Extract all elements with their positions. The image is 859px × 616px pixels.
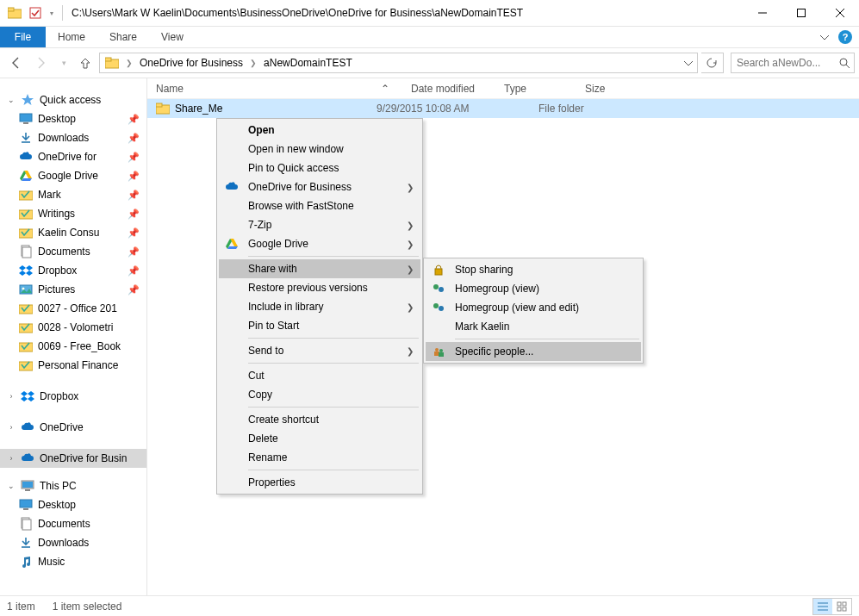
- details-view-button[interactable]: [813, 599, 832, 614]
- ctx-share-with[interactable]: Share with❯: [219, 259, 420, 278]
- file-tab[interactable]: File: [0, 27, 46, 47]
- ctx-send-to[interactable]: Send to❯: [219, 341, 420, 360]
- nav-item-desktop[interactable]: Desktop📌: [0, 109, 146, 128]
- status-bar: 1 item 1 item selected: [0, 595, 859, 616]
- nav-label: 0028 - Volometri: [38, 321, 113, 333]
- svg-rect-49: [837, 607, 841, 611]
- column-name[interactable]: Name: [147, 78, 368, 98]
- search-box[interactable]: [731, 53, 855, 73]
- ctx-browse-faststone[interactable]: Browse with FastStone: [219, 196, 420, 215]
- column-size[interactable]: Size: [576, 78, 645, 98]
- large-icons-view-button[interactable]: [832, 599, 851, 614]
- breadcrumb-sep-icon[interactable]: ❯: [124, 59, 134, 67]
- ctx-delete[interactable]: Delete: [219, 429, 420, 448]
- nav-item-pc-documents[interactable]: Documents: [0, 514, 146, 533]
- ctx-open[interactable]: Open: [219, 121, 420, 140]
- nav-item-google-drive[interactable]: Google Drive📌: [0, 166, 146, 185]
- minimize-button[interactable]: [743, 0, 781, 26]
- maximize-button[interactable]: [781, 0, 820, 26]
- ctx-copy[interactable]: Copy: [219, 385, 420, 404]
- sub-homegroup-edit[interactable]: Homegroup (view and edit): [426, 298, 641, 317]
- address-bar[interactable]: ❯ OneDrive for Business ❯ aNewDomainTEST: [99, 53, 698, 73]
- folder-icon: [19, 226, 33, 240]
- nav-label: Mark: [38, 189, 61, 201]
- ctx-separator: [248, 256, 419, 257]
- nav-label: This PC: [40, 480, 77, 492]
- ctx-include-library[interactable]: Include in library❯: [219, 297, 420, 316]
- nav-item-pc-downloads[interactable]: Downloads: [0, 533, 146, 552]
- status-selection: 1 item selected: [53, 600, 122, 613]
- nav-item-writings[interactable]: Writings📌: [0, 204, 146, 223]
- tab-view[interactable]: View: [149, 27, 196, 47]
- tab-home[interactable]: Home: [46, 27, 97, 47]
- ctx-pin-start[interactable]: Pin to Start: [219, 316, 420, 335]
- nav-item-0069[interactable]: 0069 - Free_Book: [0, 337, 146, 356]
- ctx-rename[interactable]: Rename: [219, 448, 420, 467]
- ctx-pin-quick-access[interactable]: Pin to Quick access: [219, 159, 420, 177]
- nav-item-pc-music[interactable]: Music: [0, 552, 146, 571]
- expand-icon[interactable]: ⌄: [7, 482, 16, 490]
- nav-this-pc-header[interactable]: ⌄ This PC: [0, 476, 146, 495]
- ctx-7zip[interactable]: 7-Zip❯: [219, 215, 420, 234]
- nav-label: Quick access: [40, 94, 101, 106]
- qat-dropdown-icon[interactable]: ▾: [47, 3, 57, 22]
- nav-dropbox-header[interactable]: › Dropbox: [0, 387, 146, 406]
- breadcrumb-root-icon[interactable]: [100, 53, 124, 72]
- nav-item-dropbox-pin[interactable]: Dropbox📌: [0, 261, 146, 280]
- folder-icon[interactable]: [5, 3, 24, 22]
- sub-homegroup-view[interactable]: Homegroup (view): [426, 279, 641, 298]
- google-drive-icon: [19, 169, 33, 183]
- ctx-google-drive[interactable]: Google Drive❯: [219, 234, 420, 253]
- file-row[interactable]: Share_Me 9/29/2015 10:08 AM File folder: [147, 99, 859, 118]
- breadcrumb-seg-1[interactable]: aNewDomainTEST: [258, 53, 358, 72]
- sub-user[interactable]: Mark Kaelin: [426, 317, 641, 336]
- nav-item-pictures[interactable]: Pictures📌: [0, 280, 146, 299]
- back-button[interactable]: [4, 52, 27, 74]
- ctx-cut[interactable]: Cut: [219, 366, 420, 385]
- column-date[interactable]: Date modified: [402, 78, 495, 98]
- nav-quick-access-header[interactable]: ⌄ Quick access: [0, 90, 146, 109]
- expand-icon[interactable]: ›: [7, 392, 16, 401]
- expand-icon[interactable]: ›: [7, 423, 16, 432]
- properties-icon[interactable]: [26, 3, 45, 22]
- ctx-restore-versions[interactable]: Restore previous versions: [219, 278, 420, 297]
- expand-icon[interactable]: ›: [7, 454, 16, 463]
- ctx-open-new-window[interactable]: Open in new window: [219, 140, 420, 159]
- ctx-onedrive-business[interactable]: OneDrive for Business❯: [219, 177, 420, 196]
- tab-share[interactable]: Share: [97, 27, 149, 47]
- nav-item-onedrive-biz[interactable]: OneDrive for📌: [0, 147, 146, 166]
- sub-stop-sharing[interactable]: Stop sharing: [426, 260, 641, 279]
- ctx-label: Share with: [248, 263, 297, 275]
- nav-item-mark[interactable]: Mark📌: [0, 185, 146, 204]
- file-name: Share_Me: [175, 103, 222, 115]
- column-type[interactable]: Type: [495, 78, 576, 98]
- nav-item-documents[interactable]: Documents📌: [0, 242, 146, 261]
- file-date: 9/29/2015 10:08 AM: [368, 103, 530, 115]
- ribbon-expand-icon[interactable]: [814, 27, 835, 47]
- ribbon-tabs: File Home Share View ?: [0, 27, 859, 48]
- nav-item-kaelin[interactable]: Kaelin Consu📌: [0, 223, 146, 242]
- address-dropdown-icon[interactable]: [680, 59, 697, 67]
- search-icon[interactable]: [839, 58, 850, 69]
- nav-onedrive-business-header[interactable]: › OneDrive for Busin: [0, 449, 146, 468]
- refresh-button[interactable]: [701, 53, 724, 73]
- search-input[interactable]: [735, 56, 836, 70]
- close-button[interactable]: [820, 0, 859, 26]
- sub-specific-people[interactable]: Specific people...: [426, 342, 641, 361]
- ctx-create-shortcut[interactable]: Create shortcut: [219, 410, 420, 429]
- nav-onedrive-header[interactable]: › OneDrive: [0, 418, 146, 437]
- breadcrumb-seg-0[interactable]: OneDrive for Business: [134, 53, 248, 72]
- up-button[interactable]: [75, 53, 96, 73]
- expand-icon[interactable]: ⌄: [7, 96, 16, 104]
- nav-item-personal-finance[interactable]: Personal Finance: [0, 356, 146, 375]
- forward-button[interactable]: [30, 52, 53, 74]
- nav-item-pc-desktop[interactable]: Desktop: [0, 495, 146, 514]
- nav-item-0028[interactable]: 0028 - Volometri: [0, 318, 146, 337]
- nav-item-downloads[interactable]: Downloads📌: [0, 128, 146, 147]
- nav-item-0027[interactable]: 0027 - Office 201: [0, 299, 146, 318]
- help-button[interactable]: ?: [835, 27, 856, 47]
- breadcrumb-sep-icon[interactable]: ❯: [248, 59, 258, 67]
- ctx-properties[interactable]: Properties: [219, 473, 420, 492]
- recent-locations-button[interactable]: ▾: [56, 52, 72, 74]
- homegroup-icon: [431, 300, 446, 315]
